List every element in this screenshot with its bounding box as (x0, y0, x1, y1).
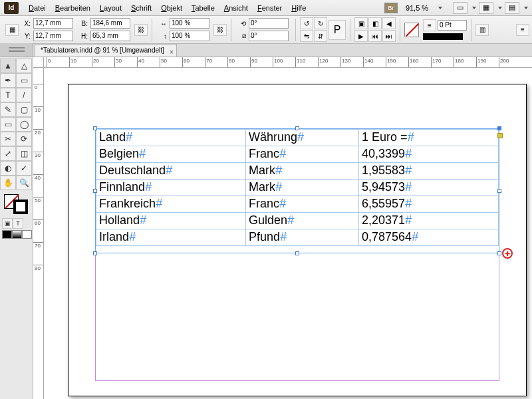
apply-color-icon[interactable] (2, 230, 12, 239)
caret-icon[interactable] (498, 7, 502, 9)
canvas[interactable]: Land#Währung#1 Euro =#Belgien#Franc#40,3… (44, 68, 532, 399)
table-cell[interactable]: Mark# (246, 163, 359, 180)
table-cell[interactable]: Land# (96, 130, 246, 146)
ellipse-tool-icon[interactable]: ◯ (16, 117, 32, 132)
table-cell[interactable]: 6,55957# (359, 196, 499, 213)
h-input[interactable]: 65,3 mm (90, 31, 130, 41)
menu-objekt[interactable]: Objekt (156, 4, 187, 12)
rotate-cw-icon[interactable]: ↻ (314, 17, 327, 29)
zoom-tool-icon[interactable]: 🔍 (16, 176, 32, 190)
table-cell[interactable]: Belgien# (96, 146, 246, 163)
frame-tool-icon[interactable]: ▢ (16, 102, 32, 117)
view-mode-icon[interactable]: ▭ (453, 2, 467, 14)
select-container-icon[interactable]: ▣ (354, 17, 368, 29)
menu-bearbeiten[interactable]: Bearbeiten (51, 4, 95, 12)
table-cell[interactable]: Finnland# (96, 180, 246, 196)
table-cell[interactable]: Franc# (246, 146, 359, 163)
select-content-icon[interactable]: ◧ (368, 17, 382, 29)
table-cell[interactable]: 0,787564# (359, 229, 499, 246)
fill-swatch-icon[interactable] (404, 23, 419, 37)
selection-tool-icon[interactable]: ▲ (0, 59, 16, 73)
vertical-ruler[interactable]: 01020304050607080 (33, 68, 44, 399)
flip-h-icon[interactable]: ⇋ (300, 30, 313, 42)
free-transform-icon[interactable]: ◫ (16, 146, 32, 161)
document-tab[interactable]: *Tabulatoren.indd @ 91 % [Umgewandelt] × (35, 44, 177, 57)
apply-none-icon[interactable] (22, 230, 32, 239)
table-cell[interactable]: Franc# (246, 196, 359, 213)
horizontal-ruler[interactable]: 0102030405060708090100110120130140150160… (44, 57, 532, 68)
scissors-tool-icon[interactable]: ✂ (0, 132, 16, 146)
type-tool-icon[interactable]: ▭ (16, 73, 32, 88)
y-input[interactable]: 12,7 mm (33, 31, 73, 41)
shear-input[interactable]: 0° (249, 31, 289, 41)
menu-fenster[interactable]: Fenster (253, 4, 287, 12)
rotate-ccw-icon[interactable]: ↺ (300, 17, 313, 29)
formatting-container-icon[interactable]: ▣ (2, 218, 13, 229)
yellow-handle-icon[interactable] (497, 133, 503, 138)
stroke-style-icon[interactable] (423, 33, 463, 40)
menu-layout[interactable]: Layout (95, 4, 126, 12)
table-cell[interactable]: Pfund# (246, 229, 359, 246)
constrain-scale-icon[interactable]: ⛓ (213, 24, 227, 36)
panel-grip-icon[interactable] (0, 43, 33, 57)
constrain-icon[interactable]: ⛓ (134, 24, 148, 36)
rotate-tool-icon[interactable]: ⟳ (16, 132, 32, 146)
formatting-text-icon[interactable]: T (13, 218, 23, 229)
scale-tool-icon[interactable]: ⤢ (0, 146, 16, 161)
p-icon[interactable]: P (329, 20, 346, 40)
pencil-tool-icon[interactable]: ✎ (0, 102, 16, 117)
line-tool-icon[interactable]: / (16, 88, 32, 102)
w-input[interactable]: 184,6 mm (90, 18, 130, 29)
hand-tool-icon[interactable]: ✋ (0, 176, 16, 190)
overset-text-icon[interactable]: ✚ (502, 248, 513, 259)
table-cell[interactable]: 2,20371# (359, 213, 499, 229)
pen-tool-icon[interactable]: ✒ (0, 73, 16, 88)
eyedropper-tool-icon[interactable]: ✓ (16, 161, 32, 176)
rotate-input[interactable]: 0° (249, 18, 289, 29)
table-row: Deutschland#Mark#1,95583# (96, 163, 499, 180)
stroke-weight-input[interactable]: 0 Pt (438, 20, 467, 31)
table-cell[interactable]: 1,95583# (359, 163, 499, 180)
x-input[interactable]: 12,7 mm (33, 18, 73, 29)
apply-gradient-icon[interactable] (12, 230, 22, 239)
rectangle-tool-icon[interactable]: ▭ (0, 117, 16, 132)
text-frame[interactable]: Land#Währung#1 Euro =#Belgien#Franc#40,3… (95, 128, 499, 253)
table-cell[interactable]: 5,94573# (359, 180, 499, 196)
scalex-input[interactable]: 100 % (170, 18, 209, 29)
panel-menu-icon[interactable]: ≡ (516, 24, 529, 36)
select-last-icon[interactable]: ⏭ (382, 30, 396, 42)
arrange-icon[interactable]: ▤ (505, 2, 519, 14)
ruler-origin-icon[interactable] (33, 57, 44, 68)
select-prev-icon[interactable]: ◀ (382, 17, 396, 29)
bridge-icon[interactable]: Br (384, 3, 398, 13)
gradient-tool-icon[interactable]: ◐ (0, 161, 16, 176)
menu-hilfe[interactable]: Hilfe (287, 4, 311, 12)
table-cell[interactable]: Deutschland# (96, 163, 246, 180)
menu-schrift[interactable]: Schrift (126, 4, 156, 12)
menu-datei[interactable]: Datei (24, 4, 51, 12)
table-cell[interactable]: 40,3399# (359, 146, 499, 163)
table-cell[interactable]: Irland# (96, 229, 246, 246)
text-tool-icon[interactable]: T (0, 88, 16, 102)
caret-icon[interactable] (472, 7, 476, 9)
table-cell[interactable]: 1 Euro =# (359, 130, 499, 146)
select-first-icon[interactable]: ⏮ (368, 30, 382, 42)
zoom-level[interactable]: 91,5 % (400, 4, 434, 12)
table-cell[interactable]: Mark# (246, 180, 359, 196)
menu-ansicht[interactable]: Ansicht (219, 4, 253, 12)
table-cell[interactable]: Frankreich# (96, 196, 246, 213)
zoom-caret-icon[interactable] (438, 7, 442, 9)
scaley-input[interactable]: 100 % (170, 31, 209, 41)
fill-stroke-icon[interactable] (4, 194, 28, 214)
direct-selection-tool-icon[interactable]: △ (16, 59, 32, 73)
screen-mode-icon[interactable]: ▦ (479, 2, 493, 14)
table-cell[interactable]: Gulden# (246, 213, 359, 229)
table-cell[interactable]: Währung# (246, 130, 359, 146)
table-cell[interactable]: Holland# (96, 213, 246, 229)
select-next-icon[interactable]: ▶ (354, 30, 368, 42)
menu-tabelle[interactable]: Tabelle (187, 4, 219, 12)
caret-icon[interactable] (524, 7, 528, 9)
flip-v-icon[interactable]: ⇵ (314, 30, 327, 42)
effects-icon[interactable]: ▥ (475, 24, 489, 36)
ref-point-icon[interactable]: ▦ (5, 24, 19, 36)
